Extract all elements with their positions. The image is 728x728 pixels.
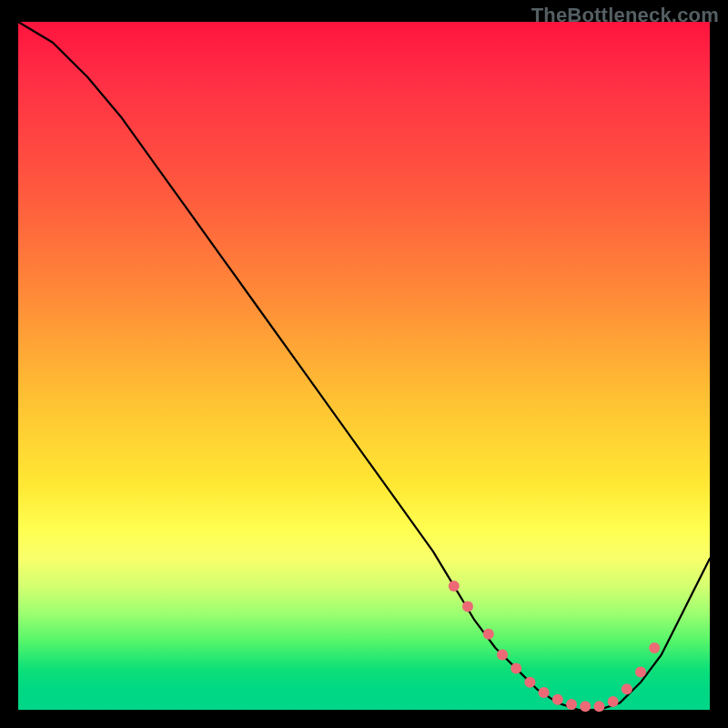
- watermark-label: TheBottleneck.com: [531, 4, 719, 27]
- marker-dot: [449, 581, 460, 592]
- marker-dot: [462, 602, 473, 612]
- marker-dot: [608, 696, 619, 707]
- marker-dot: [622, 683, 632, 694]
- marker-dot: [566, 699, 577, 710]
- marker-dot: [635, 666, 646, 677]
- marker-dot: [497, 650, 508, 661]
- marker-dot: [580, 701, 591, 712]
- marker-dot: [524, 677, 535, 688]
- chart-frame: TheBottleneck.com: [0, 0, 728, 728]
- curve-layer: [18, 22, 710, 710]
- marker-dots: [449, 581, 660, 712]
- marker-dot: [552, 694, 563, 705]
- marker-dot: [649, 642, 660, 653]
- marker-dot: [483, 629, 494, 640]
- marker-dot: [539, 687, 550, 698]
- marker-dot: [511, 663, 521, 674]
- marker-dot: [593, 701, 604, 712]
- main-curve: [18, 22, 710, 710]
